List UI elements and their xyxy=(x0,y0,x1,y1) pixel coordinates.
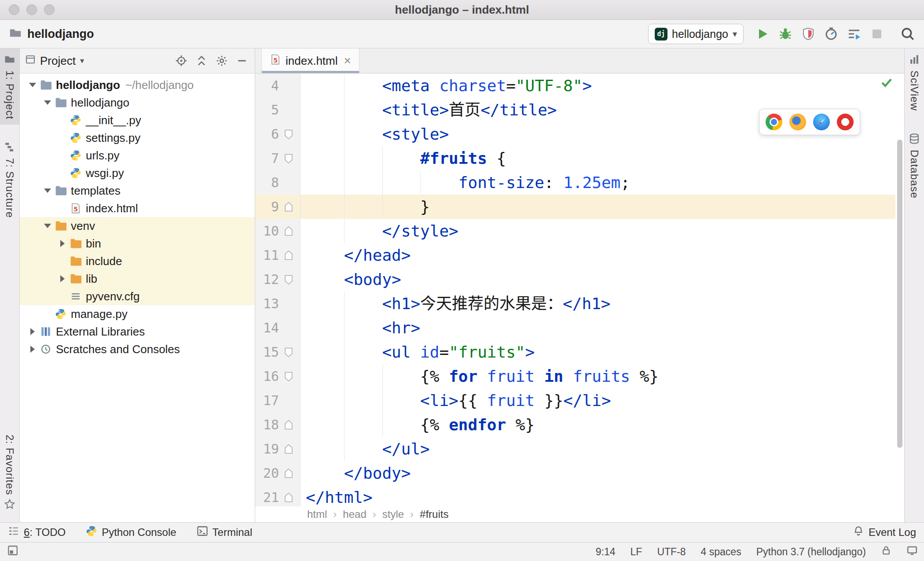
chevron-down-icon[interactable]: ▾ xyxy=(80,56,84,66)
status-indent[interactable]: 4 spaces xyxy=(701,546,741,558)
run-button[interactable] xyxy=(752,24,773,44)
tool-button-project[interactable]: 1: Project xyxy=(0,48,19,125)
chevron-open-icon[interactable] xyxy=(26,83,39,87)
fold-up-icon[interactable] xyxy=(279,225,298,237)
tab-index-html[interactable]: 5 index.html × xyxy=(261,48,359,73)
fold-up-icon[interactable] xyxy=(279,468,298,479)
fold-up-icon[interactable] xyxy=(279,443,298,455)
tree-item[interactable]: templates xyxy=(20,182,255,199)
scrollbar-thumb[interactable] xyxy=(897,140,902,448)
breadcrumb-item[interactable]: #fruits xyxy=(420,508,448,520)
code-line[interactable]: {% for fruit in fruits %} xyxy=(301,364,895,388)
event-log-button[interactable]: Event Log xyxy=(853,525,916,539)
tool-button-terminal[interactable]: Terminal xyxy=(197,525,253,539)
code-editor[interactable]: <meta charset="UTF-8"> <title>首页</title>… xyxy=(301,74,895,506)
chevron-closed-icon[interactable] xyxy=(26,346,39,353)
code-line[interactable]: </ul> xyxy=(301,437,895,461)
code-line[interactable]: #fruits { xyxy=(301,146,895,170)
chevron-open-icon[interactable] xyxy=(41,188,54,193)
tree-item[interactable]: hellodjango xyxy=(20,94,255,111)
chevron-closed-icon[interactable] xyxy=(26,328,39,335)
search-everywhere-button[interactable] xyxy=(898,24,918,44)
chevron-closed-icon[interactable] xyxy=(56,240,69,247)
chevron-open-icon[interactable] xyxy=(41,224,54,228)
indexing-monitor-icon[interactable] xyxy=(906,545,918,559)
tree-item[interactable]: External Libraries xyxy=(20,323,255,340)
tree-item[interactable]: venv xyxy=(20,217,255,235)
collapse-all-icon[interactable] xyxy=(194,53,209,68)
code-line[interactable]: <li>{{ fruit }}</li> xyxy=(301,388,895,413)
hide-icon[interactable] xyxy=(235,53,249,68)
chevron-closed-icon[interactable] xyxy=(56,275,69,282)
code-line[interactable]: font-size: 1.25em; xyxy=(301,170,895,195)
tool-button-structure[interactable]: 7: Structure xyxy=(0,136,19,223)
code-line[interactable]: <body> xyxy=(301,267,895,292)
tree-item[interactable]: __init__.py xyxy=(20,111,255,129)
project-tree[interactable]: hellodjango~/hellodjangohellodjango__ini… xyxy=(20,74,255,522)
tool-button-sciview[interactable]: SciView xyxy=(905,48,924,116)
tree-item[interactable]: Scratches and Consoles xyxy=(20,340,255,358)
tree-item[interactable]: lib xyxy=(20,270,255,288)
breadcrumb-item[interactable]: style xyxy=(382,508,404,520)
fold-up-icon[interactable] xyxy=(279,492,298,503)
fold-down-icon[interactable] xyxy=(279,153,298,164)
tool-window-switcher-icon[interactable] xyxy=(7,545,18,559)
close-icon[interactable]: × xyxy=(344,55,351,67)
close-window-button[interactable] xyxy=(9,4,19,15)
tree-item[interactable]: wsgi.py xyxy=(20,164,255,182)
tree-item[interactable]: urls.py xyxy=(20,147,255,164)
tree-item[interactable]: include xyxy=(20,252,255,270)
tree-item[interactable]: settings.py xyxy=(20,129,255,147)
code-line[interactable]: </body> xyxy=(301,461,895,485)
safari-icon[interactable] xyxy=(813,114,830,130)
fold-down-icon[interactable] xyxy=(279,371,298,382)
breadcrumb-item[interactable]: html xyxy=(307,508,327,520)
tool-button-database[interactable]: Database xyxy=(905,128,924,204)
code-line[interactable]: <h1>今天推荐的水果是：</h1> xyxy=(301,292,895,316)
fold-up-icon[interactable] xyxy=(279,201,298,213)
tool-button-python-console[interactable]: Python Console xyxy=(86,525,176,539)
profiler-button[interactable] xyxy=(821,24,841,44)
code-line[interactable]: <ul id="fruits"> xyxy=(301,340,895,364)
code-line[interactable]: </head> xyxy=(301,243,895,267)
lock-icon[interactable] xyxy=(881,545,891,558)
fold-down-icon[interactable] xyxy=(279,347,298,358)
minimize-window-button[interactable] xyxy=(26,4,37,15)
run-config-selector[interactable]: dj hellodjango ▾ xyxy=(648,24,744,44)
tool-button-todo[interactable]: 6: TODO xyxy=(8,525,66,539)
coverage-button[interactable] xyxy=(798,24,818,44)
fold-up-icon[interactable] xyxy=(279,250,298,261)
status-encoding[interactable]: UTF-8 xyxy=(657,546,686,558)
locate-icon[interactable] xyxy=(174,53,189,68)
tree-item[interactable]: bin xyxy=(20,235,255,252)
tree-item[interactable]: pyvenv.cfg xyxy=(20,288,255,305)
status-line-separator[interactable]: LF xyxy=(631,546,642,558)
chevron-open-icon[interactable] xyxy=(41,100,54,105)
fold-down-icon[interactable] xyxy=(279,274,298,285)
status-interpreter[interactable]: Python 3.7 (hellodjango) xyxy=(756,546,866,558)
chrome-icon[interactable] xyxy=(766,114,782,130)
breadcrumb-item[interactable]: head xyxy=(343,508,366,520)
fold-down-icon[interactable] xyxy=(279,129,298,140)
debug-button[interactable] xyxy=(775,24,796,44)
opera-icon[interactable] xyxy=(837,114,854,130)
tree-item[interactable]: 5index.html xyxy=(20,199,255,217)
tool-button-favorites[interactable]: 2: Favorites xyxy=(0,429,19,517)
code-line[interactable]: <hr> xyxy=(301,316,895,340)
code-line[interactable]: <meta charset="UTF-8"> xyxy=(301,74,895,98)
firefox-icon[interactable] xyxy=(789,114,806,130)
status-caret-position[interactable]: 9:14 xyxy=(596,546,616,558)
code-line[interactable]: } xyxy=(301,195,895,219)
code-line[interactable]: </style> xyxy=(301,219,895,243)
editor-scrollbar[interactable] xyxy=(895,74,904,506)
inspections-ok-icon[interactable] xyxy=(880,75,894,91)
gear-icon[interactable] xyxy=(214,53,229,68)
project-panel-title[interactable]: Project xyxy=(40,54,76,68)
zoom-window-button[interactable] xyxy=(44,4,55,15)
fold-up-icon[interactable] xyxy=(279,419,298,431)
run-with-profiler-button[interactable] xyxy=(844,24,864,44)
tree-item[interactable]: hellodjango~/hellodjango xyxy=(20,76,255,94)
code-line[interactable]: </html> xyxy=(301,485,895,506)
tree-item[interactable]: manage.py xyxy=(20,305,255,323)
code-line[interactable]: {% endfor %} xyxy=(301,413,895,437)
